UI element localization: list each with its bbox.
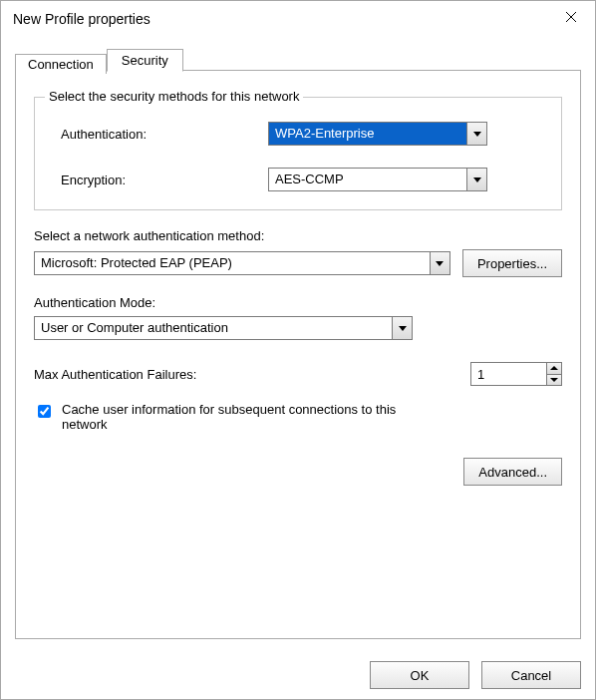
authmode-value: User or Computer authentication xyxy=(35,317,392,339)
group-legend: Select the security methods for this net… xyxy=(45,89,303,104)
titlebar: New Profile properties xyxy=(1,1,595,37)
spinner-up[interactable] xyxy=(547,363,561,375)
authentication-dropdown[interactable]: WPA2-Enterprise xyxy=(268,122,487,146)
client-area: Connection Security Select the security … xyxy=(1,37,595,651)
close-button[interactable] xyxy=(551,2,591,32)
ok-button[interactable]: OK xyxy=(370,661,469,689)
cache-label: Cache user information for subsequent co… xyxy=(62,402,421,432)
properties-button[interactable]: Properties... xyxy=(462,249,562,277)
tab-label: Connection xyxy=(28,57,94,72)
chevron-down-icon xyxy=(430,252,449,274)
authentication-value: WPA2-Enterprise xyxy=(269,123,466,145)
button-label: OK xyxy=(411,668,430,683)
encryption-value: AES-CCMP xyxy=(269,169,466,190)
maxfail-label: Max Authentication Failures: xyxy=(34,367,196,382)
authmode-label: Authentication Mode: xyxy=(34,295,562,310)
button-label: Cancel xyxy=(511,668,551,683)
tab-label: Security xyxy=(122,53,168,68)
netauth-method-dropdown[interactable]: Microsoft: Protected EAP (PEAP) xyxy=(34,251,450,275)
tab-connection[interactable]: Connection xyxy=(15,54,107,74)
cache-checkbox[interactable] xyxy=(38,405,51,418)
spinner-down[interactable] xyxy=(547,375,561,386)
advanced-button[interactable]: Advanced... xyxy=(463,458,562,486)
close-icon xyxy=(565,11,577,23)
encryption-label: Encryption: xyxy=(49,173,268,187)
maxfail-spinner[interactable] xyxy=(470,362,562,386)
netauth-label: Select a network authentication method: xyxy=(34,228,562,243)
dialog-window: New Profile properties Connection Securi… xyxy=(0,0,596,700)
tab-security[interactable]: Security xyxy=(107,49,183,72)
chevron-down-icon xyxy=(392,317,412,339)
tabpanel-security: Select the security methods for this net… xyxy=(15,70,581,639)
authentication-label: Authentication: xyxy=(49,127,268,142)
button-label: Properties... xyxy=(477,256,547,271)
chevron-down-icon xyxy=(466,169,486,190)
security-methods-group: Select the security methods for this net… xyxy=(34,97,562,210)
dialog-buttons: OK Cancel xyxy=(1,651,595,699)
netauth-method-value: Microsoft: Protected EAP (PEAP) xyxy=(35,252,430,274)
window-title: New Profile properties xyxy=(13,11,551,27)
encryption-dropdown[interactable]: AES-CCMP xyxy=(268,168,487,191)
chevron-down-icon xyxy=(466,123,486,145)
button-label: Advanced... xyxy=(478,465,547,480)
spinner-buttons xyxy=(546,363,561,385)
tabstrip: Connection Security xyxy=(15,47,581,71)
authmode-dropdown[interactable]: User or Computer authentication xyxy=(34,316,413,340)
cancel-button[interactable]: Cancel xyxy=(481,661,581,689)
maxfail-input[interactable] xyxy=(471,363,546,385)
